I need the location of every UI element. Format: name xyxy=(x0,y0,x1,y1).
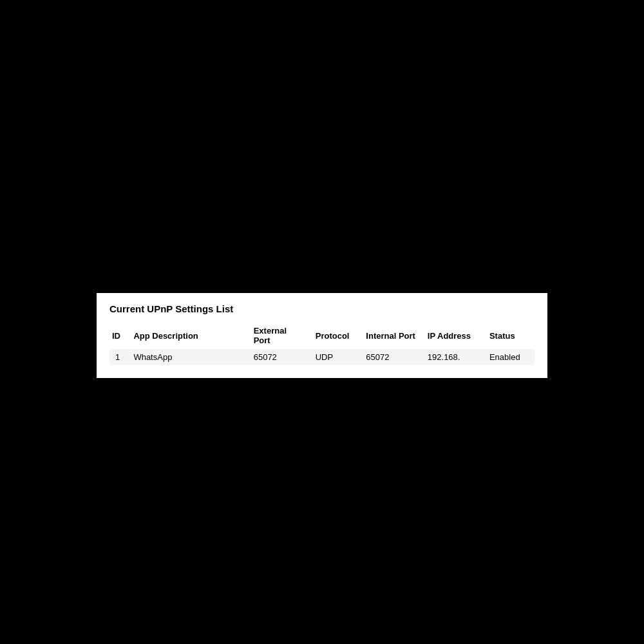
header-ip-address: IP Address xyxy=(422,323,484,349)
cell-status: Enabled xyxy=(484,349,535,365)
header-external-port: External Port xyxy=(249,323,310,349)
header-id: ID xyxy=(109,323,128,349)
card-title: Current UPnP Settings List xyxy=(109,303,535,314)
cell-internal_port: 65072 xyxy=(361,349,422,365)
cell-id: 1 xyxy=(109,349,128,365)
upnp-table: ID App Description External Port Protoco… xyxy=(109,323,535,365)
cell-protocol: UDP xyxy=(310,349,361,365)
cell-external_port: 65072 xyxy=(249,349,310,365)
table-row: 1WhatsApp65072UDP65072192.168.Enabled xyxy=(109,349,535,365)
header-status: Status xyxy=(484,323,535,349)
header-app-description: App Description xyxy=(128,323,248,349)
cell-ip_address: 192.168. xyxy=(422,349,484,365)
header-protocol: Protocol xyxy=(310,323,361,349)
header-internal-port: Internal Port xyxy=(361,323,422,349)
table-header-row: ID App Description External Port Protoco… xyxy=(109,323,535,349)
upnp-settings-card: Current UPnP Settings List ID App Descri… xyxy=(97,293,547,378)
cell-app_description: WhatsApp xyxy=(128,349,248,365)
